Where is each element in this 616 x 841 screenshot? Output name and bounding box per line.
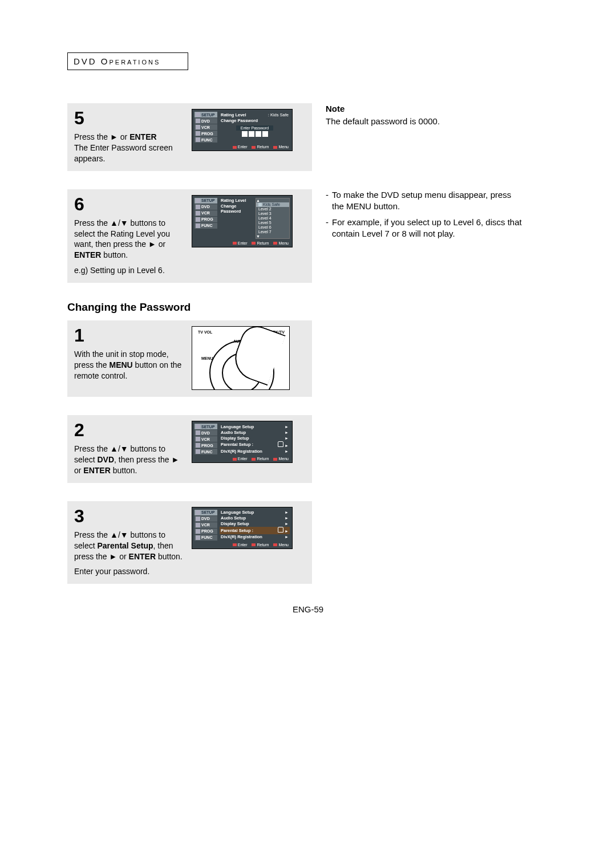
chevron-down-icon: ▼ (256, 234, 289, 238)
disc-icon (196, 119, 200, 123)
lock-icon (278, 527, 283, 533)
step-6-number: 6 (74, 195, 186, 213)
cp-step-2-text: Press the ▲/▼ buttons to select DVD, the… (74, 444, 186, 476)
step5-note: Note The default password is 0000. (326, 103, 525, 171)
tape-icon (196, 125, 200, 129)
cp-step-3-number: 3 (74, 507, 186, 525)
play-icon: ► (171, 455, 179, 464)
osd-screenshot-cp2: SETUP DVD VCR PROG FUNC Language Setup► … (192, 421, 293, 463)
func-icon (196, 137, 200, 142)
cp-step-3-card: 3 Press the ▲/▼ buttons to select Parent… (67, 501, 312, 584)
osd-screenshot-step5: SETUP DVD VCR PROG FUNC Rating Level: Ki… (192, 109, 293, 151)
step-5-text: Press the ► or ENTER The Enter Password … (74, 132, 186, 164)
gear-icon (196, 112, 200, 117)
step-6-text: Press the ▲/▼ buttons to select the Rati… (74, 218, 186, 276)
cp-step-1-text: With the unit in stop mode, press the ME… (74, 349, 186, 381)
cp-step-1-number: 1 (74, 326, 186, 344)
chevron-right-icon: ► (285, 425, 289, 429)
updown-icon: ▲/▼ (110, 444, 128, 453)
cp-step-3-text: Press the ▲/▼ buttons to select Parental… (74, 530, 186, 578)
cp-step-2-number: 2 (74, 421, 186, 439)
updown-icon: ▲/▼ (110, 218, 128, 227)
cp-step-1-card: 1 With the unit in stop mode, press the … (67, 320, 312, 397)
chevron-up-icon: ▲ (256, 198, 289, 202)
updown-icon: ▲/▼ (110, 530, 128, 539)
osd-screenshot-cp3: SETUP DVD VCR PROG FUNC Language Setup► … (192, 507, 293, 549)
lock-icon (278, 441, 283, 447)
page-number: ENG-59 (67, 604, 549, 614)
step6-note: -To make the DVD setup menu disappear, p… (326, 189, 525, 283)
play-icon: ► (109, 552, 117, 561)
remote-illustration: TV VOL TRK/TV AUDIO MENU (192, 326, 290, 390)
step-6-card: 6 Press the ▲/▼ buttons to select the Ra… (67, 189, 312, 283)
cp-step-2-card: 2 Press the ▲/▼ buttons to select DVD, t… (67, 415, 312, 483)
changing-password-heading: Changing the Password (67, 301, 549, 314)
step-5-card: 5 Press the ► or ENTER The Enter Passwor… (67, 103, 312, 171)
play-icon: ► (148, 239, 156, 249)
clock-icon (196, 131, 200, 136)
section-label: DVD Operations (67, 52, 188, 70)
step-5-number: 5 (74, 109, 186, 127)
osd-screenshot-step6: SETUP DVD VCR PROG FUNC Rating Level Cha… (192, 195, 293, 247)
check-icon (258, 203, 262, 206)
play-icon: ► (110, 132, 118, 141)
